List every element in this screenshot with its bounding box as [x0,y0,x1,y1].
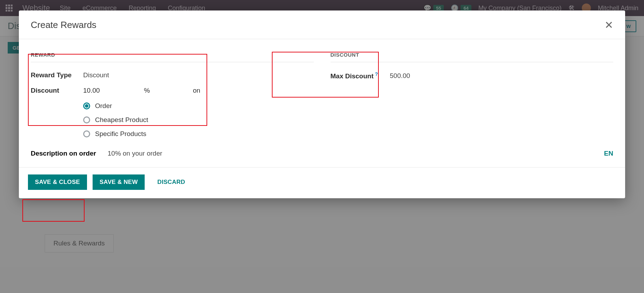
radio-order[interactable]: Order [83,102,314,110]
max-discount-label-text: Max Discount [331,72,374,80]
discount-amount[interactable]: 10.00 [83,87,144,94]
modal-header: Create Rewards ✕ [19,10,625,39]
description-label: Description on order [31,150,108,157]
reward-type-label: Reward Type [31,71,83,79]
discount-applicability-radios: Order Cheapest Product Specific Products [83,102,314,138]
max-discount-row: Max Discount? 500.00 [331,71,614,80]
radio-cheapest-product[interactable]: Cheapest Product [83,116,314,124]
reward-section-title: REWARD [31,52,314,62]
max-discount-value[interactable]: 500.00 [390,72,410,80]
radio-cheapest-label: Cheapest Product [95,116,148,124]
discount-label: Discount [31,87,83,94]
reward-type-row: Reward Type Discount [31,71,314,79]
radio-order-label: Order [95,102,112,110]
save-close-button[interactable]: SAVE & CLOSE [28,174,87,190]
modal-title: Create Rewards [31,20,96,30]
modal-body: REWARD Reward Type Discount Discount 10.… [19,39,625,167]
discount-on-label: on [193,87,200,94]
discount-column: DISCOUNT Max Discount? 500.00 [331,52,614,157]
reward-column: REWARD Reward Type Discount Discount 10.… [31,52,314,157]
modal-footer: SAVE & CLOSE SAVE & NEW DISCARD [19,167,625,198]
max-discount-label: Max Discount? [331,71,390,80]
radio-icon [83,130,90,137]
create-rewards-modal: Create Rewards ✕ REWARD Reward Type Disc… [19,10,625,198]
help-icon[interactable]: ? [375,71,378,77]
reward-type-value[interactable]: Discount [83,71,109,79]
radio-icon [83,116,90,123]
discount-row: Discount 10.00 % on [31,87,314,94]
radio-icon [83,102,90,109]
radio-specific-products[interactable]: Specific Products [83,130,314,138]
discard-button[interactable]: DISCARD [150,174,192,190]
radio-specific-label: Specific Products [95,130,146,138]
description-value[interactable]: 10% on your order [108,150,162,157]
discount-unit[interactable]: % [144,87,193,94]
close-icon[interactable]: ✕ [605,20,613,30]
save-new-button[interactable]: SAVE & NEW [93,174,145,190]
discount-section-title: DISCOUNT [331,52,614,62]
